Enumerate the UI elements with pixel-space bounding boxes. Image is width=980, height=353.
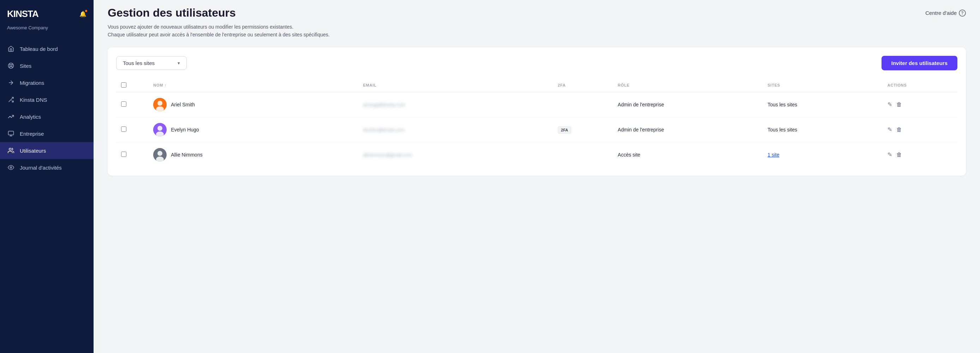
svg-point-15	[158, 101, 162, 105]
sidebar-item-utilisateurs[interactable]: Utilisateurs	[0, 142, 94, 159]
sidebar-item-analytics[interactable]: Analytics	[0, 108, 94, 125]
user-name-cell-evelyn: Evelyn Hugo	[148, 117, 358, 142]
user-role-evelyn: Admin de l'entreprise	[613, 117, 762, 142]
th-select-all[interactable]	[116, 79, 148, 92]
svg-line-4	[12, 64, 13, 65]
company-name: Awesome Company	[0, 23, 94, 37]
users-table: NOM ↑ EMAIL 2FA RÔLE SITES	[116, 79, 958, 167]
journal-icon	[7, 164, 15, 171]
sidebar-item-kinsta-dns[interactable]: Kinsta DNS	[0, 91, 94, 108]
avatar-evelyn	[153, 123, 167, 136]
th-role: RÔLE	[613, 79, 762, 92]
user-sites-allie: 1 site	[762, 142, 883, 167]
home-icon	[7, 45, 15, 53]
edit-icon-evelyn[interactable]: ✎	[888, 126, 892, 133]
sidebar: KINSTA 🔔 Awesome Company Tableau de bord…	[0, 0, 94, 353]
brand-logo: KINSTA	[7, 8, 38, 19]
delete-icon-allie[interactable]: 🗑	[896, 152, 902, 158]
main-content: Gestion des utilisateurs Centre d'aide ?…	[94, 0, 980, 353]
toolbar: Tous les sites ▾ Inviter des utilisateur…	[116, 56, 958, 70]
svg-line-2	[9, 64, 10, 65]
sidebar-item-migrations[interactable]: Migrations	[0, 74, 94, 91]
edit-icon-allie[interactable]: ✎	[888, 151, 892, 158]
user-2fa-ariel	[553, 92, 613, 117]
avatar-ariel	[153, 98, 167, 111]
table-header: NOM ↑ EMAIL 2FA RÔLE SITES	[116, 79, 958, 92]
th-sites: SITES	[762, 79, 883, 92]
user-email-allie: allnimmons@gmail.com	[358, 142, 553, 167]
sidebar-item-entreprise[interactable]: Entreprise	[0, 125, 94, 142]
user-email-ariel: arsmqp@kinsta.com	[358, 92, 553, 117]
site-filter-dropdown[interactable]: Tous les sites ▾	[116, 56, 187, 70]
delete-icon-evelyn[interactable]: 🗑	[896, 126, 902, 133]
user-2fa-allie	[553, 142, 613, 167]
entreprise-icon	[7, 130, 15, 137]
th-2fa: 2FA	[553, 79, 613, 92]
th-actions: ACTIONS	[883, 79, 958, 92]
table-row: Evelyn Hugo elvnhm@kinsta.com 2FA Admin …	[116, 117, 958, 142]
sites-icon	[7, 62, 15, 70]
user-sites-evelyn: Tous les sites	[762, 117, 883, 142]
th-email: EMAIL	[358, 79, 553, 92]
notification-dot	[85, 10, 88, 12]
delete-icon-ariel[interactable]: 🗑	[896, 101, 902, 108]
chevron-down-icon: ▾	[178, 61, 180, 66]
user-actions-allie: ✎ 🗑	[883, 142, 958, 167]
sites-count-link-allie[interactable]: 1 site	[767, 152, 779, 158]
user-2fa-evelyn: 2FA	[553, 117, 613, 142]
row-checkbox-evelyn[interactable]	[116, 117, 148, 142]
user-role-allie: Accès site	[613, 142, 762, 167]
edit-icon-ariel[interactable]: ✎	[888, 101, 892, 108]
nav-list: Tableau de bord Sites Migrations Kinsta …	[0, 37, 94, 179]
row-checkbox-allie[interactable]	[116, 142, 148, 167]
invite-users-button[interactable]: Inviter des utilisateurs	[881, 56, 958, 70]
table-body: Ariel Smith arsmqp@kinsta.com Admin de l…	[116, 92, 958, 167]
sidebar-item-tableau-de-bord[interactable]: Tableau de bord	[0, 40, 94, 57]
user-actions-evelyn: ✎ 🗑	[883, 117, 958, 142]
svg-line-5	[9, 66, 10, 67]
table-row: Allie Nimmons allnimmons@gmail.com Accès…	[116, 142, 958, 167]
sidebar-item-journal-activites[interactable]: Journal d'activités	[0, 159, 94, 176]
avatar-allie	[153, 148, 167, 161]
content-area: Tous les sites ▾ Inviter des utilisateur…	[108, 47, 966, 176]
analytics-icon	[7, 113, 15, 120]
users-icon	[7, 147, 15, 155]
top-bar: Gestion des utilisateurs Centre d'aide ?	[94, 0, 980, 19]
user-sites-ariel: Tous les sites	[762, 92, 883, 117]
row-checkbox-ariel[interactable]	[116, 92, 148, 117]
user-email-evelyn: elvnhm@kinsta.com	[358, 117, 553, 142]
2fa-badge-evelyn: 2FA	[558, 126, 571, 134]
row-select-allie[interactable]	[121, 152, 126, 157]
svg-point-18	[158, 126, 162, 131]
user-role-ariel: Admin de l'entreprise	[613, 92, 762, 117]
svg-point-12	[9, 148, 11, 150]
row-select-evelyn[interactable]	[121, 126, 126, 132]
migrations-icon	[7, 79, 15, 86]
help-link[interactable]: Centre d'aide ?	[925, 10, 966, 17]
svg-point-21	[158, 151, 162, 156]
sidebar-logo: KINSTA 🔔	[0, 0, 94, 23]
select-all-checkbox[interactable]	[121, 82, 126, 88]
svg-line-3	[12, 66, 13, 67]
table-row: Ariel Smith arsmqp@kinsta.com Admin de l…	[116, 92, 958, 117]
sidebar-item-sites[interactable]: Sites	[0, 57, 94, 74]
help-circle-icon: ?	[959, 10, 966, 17]
page-title: Gestion des utilisateurs	[108, 6, 236, 19]
th-nom[interactable]: NOM ↑	[148, 79, 358, 92]
svg-rect-9	[8, 131, 14, 135]
svg-point-13	[10, 167, 12, 169]
user-actions-ariel: ✎ 🗑	[883, 92, 958, 117]
user-name-cell-allie: Allie Nimmons	[148, 142, 358, 167]
user-name-cell-ariel: Ariel Smith	[148, 92, 358, 117]
dns-icon	[7, 96, 15, 104]
page-description: Vous pouvez ajouter de nouveaux utilisat…	[94, 19, 980, 39]
notification-bell-icon[interactable]: 🔔	[80, 11, 86, 17]
row-select-ariel[interactable]	[121, 101, 126, 107]
